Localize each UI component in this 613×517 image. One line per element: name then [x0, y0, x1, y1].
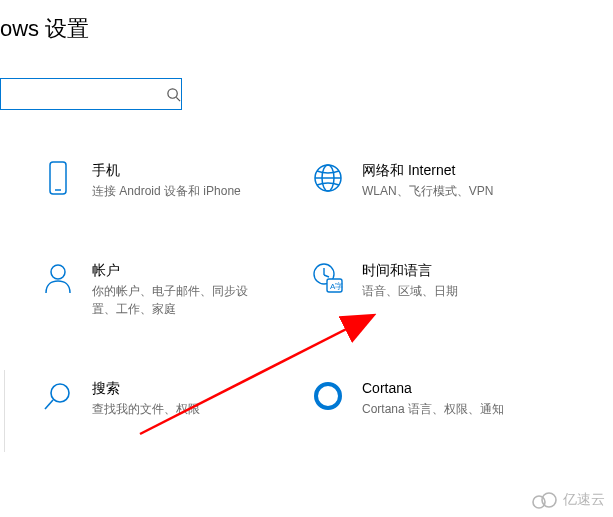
globe-icon — [308, 158, 348, 198]
watermark-text: 亿速云 — [563, 491, 605, 509]
svg-point-7 — [51, 265, 65, 279]
tile-phone[interactable]: 手机 连接 Android 设备和 iPhone — [38, 158, 308, 200]
svg-point-0 — [168, 88, 177, 97]
time-language-icon: A字 — [308, 258, 348, 298]
tile-accounts[interactable]: 帐户 你的帐户、电子邮件、同步设置、工作、家庭 — [38, 258, 308, 318]
search-input[interactable] — [0, 86, 166, 102]
side-sliver — [0, 370, 5, 452]
tile-search[interactable]: 搜索 查找我的文件、权限 — [38, 376, 308, 418]
cortana-icon — [308, 376, 348, 416]
svg-line-1 — [176, 97, 180, 101]
tile-title: 搜索 — [92, 378, 200, 398]
watermark: 亿速云 — [531, 491, 605, 509]
settings-tiles: 手机 连接 Android 设备和 iPhone 网络和 Internet WL… — [38, 158, 598, 476]
svg-line-10 — [324, 275, 329, 277]
tile-sub: Cortana 语言、权限、通知 — [362, 400, 504, 418]
tile-sub: 语音、区域、日期 — [362, 282, 458, 300]
tile-sub: 查找我的文件、权限 — [92, 400, 200, 418]
tile-sub: 你的帐户、电子邮件、同步设置、工作、家庭 — [92, 282, 262, 318]
svg-point-13 — [51, 384, 69, 402]
search-icon — [166, 79, 181, 109]
tile-sub: 连接 Android 设备和 iPhone — [92, 182, 241, 200]
tile-title: 帐户 — [92, 260, 262, 280]
tile-sub: WLAN、飞行模式、VPN — [362, 182, 493, 200]
tile-title: Cortana — [362, 378, 504, 398]
tile-title: 手机 — [92, 160, 241, 180]
svg-text:A字: A字 — [330, 282, 343, 291]
phone-icon — [38, 158, 78, 198]
search-box[interactable] — [0, 78, 182, 110]
svg-line-14 — [45, 400, 53, 409]
tile-cortana[interactable]: Cortana Cortana 语言、权限、通知 — [308, 376, 578, 418]
person-icon — [38, 258, 78, 298]
tile-title: 网络和 Internet — [362, 160, 493, 180]
tile-time-language[interactable]: A字 时间和语言 语音、区域、日期 — [308, 258, 578, 318]
tile-title: 时间和语言 — [362, 260, 458, 280]
svg-rect-2 — [50, 162, 66, 194]
magnifier-icon — [38, 376, 78, 416]
page-title: ows 设置 — [0, 14, 89, 44]
tile-network[interactable]: 网络和 Internet WLAN、飞行模式、VPN — [308, 158, 578, 200]
